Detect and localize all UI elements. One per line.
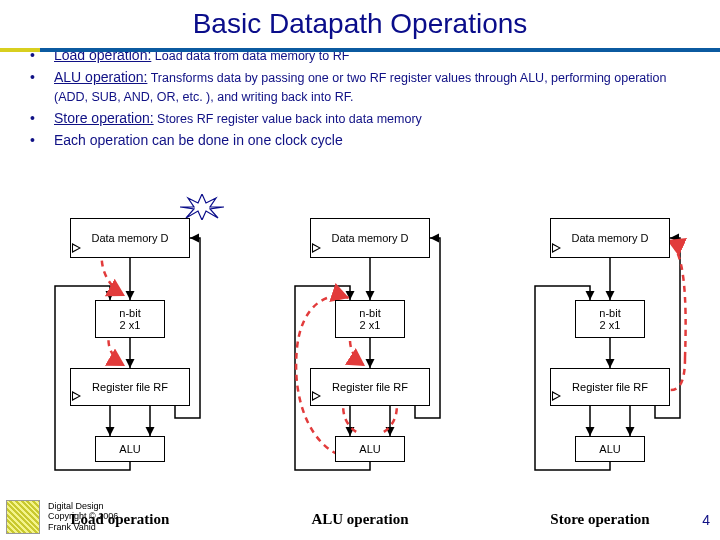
datapath-alu: Data memory D n-bit2 x1 Register file RF…	[265, 218, 455, 478]
bullet-cycle: • Each operation can be done in one cloc…	[30, 131, 700, 149]
block-register-file: Register file RF	[310, 368, 430, 406]
title-underline	[0, 48, 720, 52]
block-mux: n-bit2 x1	[575, 300, 645, 338]
block-mux: n-bit2 x1	[335, 300, 405, 338]
bullet-alu: • ALU operation: Transforms data by pass…	[30, 68, 700, 105]
datapath-store: Data memory D n-bit2 x1 Register file RF…	[505, 218, 695, 478]
datapath-load: Data memory D n-bit2 x1 Register file RF…	[25, 218, 215, 478]
block-register-file: Register file RF	[550, 368, 670, 406]
clock-triangle-icon	[72, 391, 81, 401]
block-alu: ALU	[575, 436, 645, 462]
block-data-memory: Data memory D	[70, 218, 190, 258]
caption-store: Store operation	[505, 511, 695, 528]
bullet-store: • Store operation: Stores RF register va…	[30, 109, 700, 127]
bullet-list: • Load operation: Load data from data me…	[0, 46, 720, 149]
block-alu: ALU	[95, 436, 165, 462]
clock-triangle-icon	[552, 243, 561, 253]
block-data-memory: Data memory D	[550, 218, 670, 258]
block-alu: ALU	[335, 436, 405, 462]
block-mux: n-bit2 x1	[95, 300, 165, 338]
datapath-diagrams: Data memory D n-bit2 x1 Register file RF…	[0, 218, 720, 478]
clock-triangle-icon	[552, 391, 561, 401]
starburst-icon	[180, 194, 224, 220]
caption-alu: ALU operation	[265, 511, 455, 528]
clock-triangle-icon	[312, 391, 321, 401]
page-number: 4	[702, 512, 710, 528]
clock-triangle-icon	[312, 243, 321, 253]
footer-copyright: Digital Design Copyright © 2006 Frank Va…	[48, 501, 118, 532]
clock-triangle-icon	[72, 243, 81, 253]
logo-icon	[6, 500, 40, 534]
page-title: Basic Datapath Operations	[0, 0, 720, 46]
svg-marker-0	[180, 194, 224, 220]
block-register-file: Register file RF	[70, 368, 190, 406]
block-data-memory: Data memory D	[310, 218, 430, 258]
